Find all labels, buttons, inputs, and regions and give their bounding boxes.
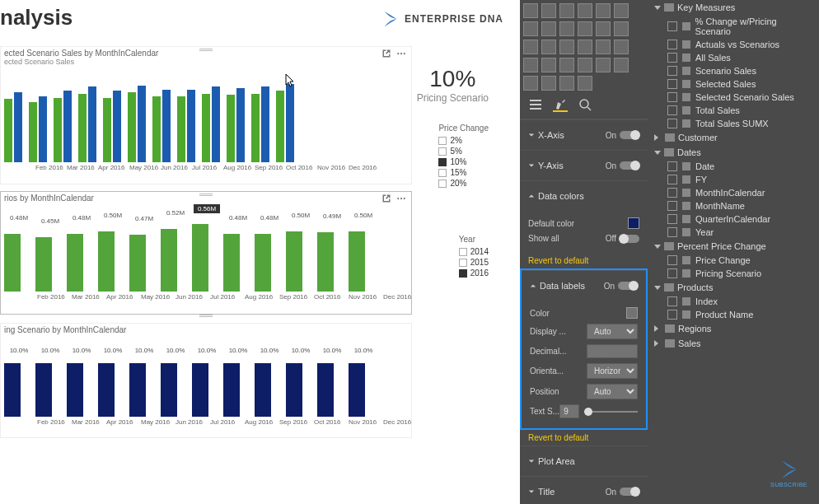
bar[interactable] [98, 231, 115, 292]
bar[interactable] [261, 86, 269, 162]
field-item[interactable]: Selected Scenario Sales [648, 91, 819, 104]
checkbox-icon[interactable] [667, 53, 677, 63]
bar[interactable] [286, 363, 302, 417]
table-header[interactable]: Regions [648, 321, 819, 336]
toggle-title[interactable] [620, 488, 639, 496]
vis-type-icon[interactable] [541, 40, 556, 54]
bar[interactable] [223, 234, 240, 292]
section-data-labels[interactable]: Data labels On [522, 270, 646, 301]
select-position[interactable]: Auto [587, 384, 638, 399]
fields-tab-icon[interactable] [528, 97, 543, 112]
vis-type-icon[interactable] [541, 3, 556, 18]
drag-handle-icon[interactable] [199, 49, 213, 51]
bar[interactable] [35, 363, 52, 417]
vis-type-icon[interactable] [523, 40, 538, 54]
vis-type-icon[interactable] [614, 3, 629, 18]
table-header[interactable]: Customer [648, 130, 819, 145]
vis-type-icon[interactable] [541, 76, 556, 91]
checkbox-icon[interactable] [438, 147, 447, 156]
checkbox-icon[interactable] [438, 158, 447, 166]
drag-handle-icon[interactable] [199, 194, 213, 196]
vis-type-icon[interactable] [578, 58, 592, 72]
bar[interactable] [212, 86, 220, 162]
drag-handle-icon[interactable] [199, 315, 213, 317]
bar[interactable] [255, 363, 271, 417]
bar[interactable] [4, 99, 12, 162]
slicer-option[interactable]: 5% [438, 147, 489, 156]
bar[interactable] [161, 229, 177, 292]
vis-type-icon[interactable] [523, 3, 538, 18]
vis-type-icon[interactable] [559, 21, 574, 36]
vis-type-icon[interactable] [559, 58, 574, 72]
bar[interactable] [4, 363, 21, 417]
bar[interactable] [67, 234, 83, 292]
bar[interactable] [286, 231, 302, 292]
checkbox-icon[interactable] [459, 269, 467, 278]
checkbox-icon[interactable] [667, 255, 677, 265]
vis-type-icon[interactable] [541, 58, 556, 72]
vis-type-icon[interactable] [523, 58, 538, 72]
table-header[interactable]: Sales [648, 336, 819, 351]
checkbox-icon[interactable] [438, 169, 447, 177]
bar[interactable] [152, 96, 161, 162]
checkbox-icon[interactable] [667, 201, 677, 211]
slicer-price-change[interactable]: Price Change 2%5%10%15%20% [438, 124, 489, 189]
bar[interactable] [67, 363, 83, 417]
checkbox-icon[interactable] [667, 175, 677, 184]
section-x-axis[interactable]: X-Axis On [520, 119, 648, 150]
input-text-size[interactable] [559, 404, 579, 418]
bar[interactable] [35, 237, 52, 292]
toggle-data-labels[interactable] [618, 282, 638, 290]
bar[interactable] [187, 90, 195, 162]
bar[interactable] [129, 235, 146, 292]
field-item[interactable]: Total Sales [648, 104, 819, 117]
vis-type-icon[interactable] [614, 21, 629, 36]
checkbox-icon[interactable] [667, 161, 677, 171]
vis-type-icon[interactable] [578, 76, 592, 91]
field-item[interactable]: Price Change [648, 254, 819, 267]
bar[interactable] [349, 231, 365, 292]
bar[interactable] [29, 102, 37, 162]
slicer-option[interactable]: 10% [438, 157, 489, 166]
slicer-option[interactable]: 2016 [459, 268, 489, 278]
visualization-picker[interactable]: document.write(Array.from({length:28}).m… [520, 0, 648, 91]
section-y-axis[interactable]: Y-Axis On [520, 150, 648, 180]
checkbox-icon[interactable] [667, 214, 677, 224]
select-orientation[interactable]: Horizontal [587, 363, 638, 379]
bar[interactable] [88, 86, 96, 162]
bar[interactable] [113, 91, 121, 162]
checkbox-icon[interactable] [438, 180, 447, 188]
popout-icon[interactable] [381, 49, 391, 58]
chart-pricing-scenario[interactable]: ing Scenario by MonthInCalendar 10.0%10.… [0, 323, 412, 438]
color-swatch[interactable] [626, 307, 638, 319]
field-item[interactable]: Scenario Sales [648, 64, 819, 77]
table-header[interactable]: Dates [648, 145, 819, 160]
revert-link[interactable]: Revert to default [520, 430, 648, 446]
slicer-option[interactable]: 2% [438, 136, 489, 145]
vis-type-icon[interactable] [541, 21, 556, 36]
checkbox-icon[interactable] [667, 40, 677, 49]
vis-type-icon[interactable] [559, 3, 574, 18]
checkbox-icon[interactable] [667, 268, 677, 278]
table-header[interactable]: Key Measures [648, 0, 819, 15]
table-header[interactable]: Percent Price Change [648, 239, 819, 254]
slicer-option[interactable]: 2015 [459, 258, 489, 267]
chart-scenarios[interactable]: rios by MonthInCalendar 0.48M0.45M0.48M0… [0, 191, 412, 315]
field-item[interactable]: Selected Sales [648, 77, 819, 91]
vis-type-icon[interactable] [596, 21, 611, 36]
vis-type-icon[interactable] [578, 21, 592, 36]
checkbox-icon[interactable] [667, 227, 677, 237]
field-item[interactable]: Year [648, 226, 819, 239]
bar[interactable] [349, 363, 365, 417]
checkbox-icon[interactable] [667, 105, 677, 115]
checkbox-icon[interactable] [667, 92, 677, 102]
bar[interactable] [223, 363, 240, 417]
slicer-option[interactable]: 2014 [459, 247, 489, 256]
bar[interactable] [4, 234, 21, 292]
bar[interactable] [177, 96, 185, 162]
toggle-y-axis[interactable] [620, 161, 639, 170]
bar[interactable] [317, 363, 334, 417]
slicer-option[interactable]: 15% [438, 168, 489, 177]
field-item[interactable]: All Sales [648, 51, 819, 64]
section-data-colors[interactable]: Data colors [520, 180, 648, 211]
